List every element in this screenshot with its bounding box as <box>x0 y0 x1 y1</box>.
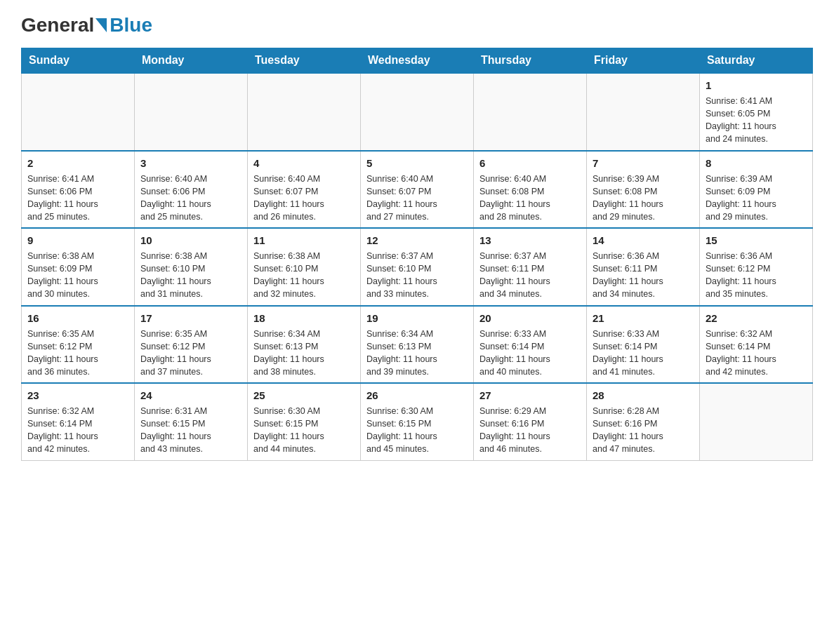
calendar-cell <box>361 73 474 151</box>
day-info: Sunrise: 6:38 AMSunset: 6:10 PMDaylight:… <box>253 250 355 301</box>
calendar-cell: 11Sunrise: 6:38 AMSunset: 6:10 PMDayligh… <box>248 228 361 306</box>
calendar-cell: 18Sunrise: 6:34 AMSunset: 6:13 PMDayligh… <box>248 306 361 384</box>
day-info: Sunrise: 6:36 AMSunset: 6:11 PMDaylight:… <box>593 250 694 301</box>
calendar-cell: 7Sunrise: 6:39 AMSunset: 6:08 PMDaylight… <box>587 151 700 229</box>
calendar-cell: 13Sunrise: 6:37 AMSunset: 6:11 PMDayligh… <box>474 228 587 306</box>
day-info: Sunrise: 6:40 AMSunset: 6:06 PMDaylight:… <box>140 173 241 224</box>
week-row-5: 23Sunrise: 6:32 AMSunset: 6:14 PMDayligh… <box>22 383 813 460</box>
calendar-cell: 8Sunrise: 6:39 AMSunset: 6:09 PMDaylight… <box>700 151 813 229</box>
day-info: Sunrise: 6:33 AMSunset: 6:14 PMDaylight:… <box>479 328 581 379</box>
day-info: Sunrise: 6:30 AMSunset: 6:15 PMDaylight:… <box>253 405 355 456</box>
day-info: Sunrise: 6:37 AMSunset: 6:11 PMDaylight:… <box>479 250 581 301</box>
day-info: Sunrise: 6:29 AMSunset: 6:16 PMDaylight:… <box>479 405 581 456</box>
day-number: 27 <box>479 388 581 403</box>
day-number: 4 <box>253 156 355 170</box>
day-info: Sunrise: 6:34 AMSunset: 6:13 PMDaylight:… <box>366 328 468 379</box>
day-number: 22 <box>706 311 807 326</box>
calendar-cell <box>474 73 587 151</box>
calendar-cell: 5Sunrise: 6:40 AMSunset: 6:07 PMDaylight… <box>361 151 474 229</box>
day-number: 7 <box>593 156 694 170</box>
day-number: 5 <box>366 156 468 170</box>
day-number: 3 <box>140 156 241 170</box>
calendar-header-thursday: Thursday <box>474 48 587 74</box>
calendar-cell: 1Sunrise: 6:41 AMSunset: 6:05 PMDaylight… <box>700 73 813 151</box>
day-info: Sunrise: 6:41 AMSunset: 6:06 PMDaylight:… <box>27 173 128 224</box>
calendar-cell: 20Sunrise: 6:33 AMSunset: 6:14 PMDayligh… <box>474 306 587 384</box>
day-number: 21 <box>593 311 694 326</box>
day-info: Sunrise: 6:35 AMSunset: 6:12 PMDaylight:… <box>27 328 128 379</box>
day-number: 15 <box>706 233 807 248</box>
calendar-cell: 6Sunrise: 6:40 AMSunset: 6:08 PMDaylight… <box>474 151 587 229</box>
calendar-cell <box>22 73 135 151</box>
calendar-cell: 28Sunrise: 6:28 AMSunset: 6:16 PMDayligh… <box>587 383 700 460</box>
calendar-cell: 12Sunrise: 6:37 AMSunset: 6:10 PMDayligh… <box>361 228 474 306</box>
calendar-cell: 19Sunrise: 6:34 AMSunset: 6:13 PMDayligh… <box>361 306 474 384</box>
day-info: Sunrise: 6:38 AMSunset: 6:10 PMDaylight:… <box>140 250 241 301</box>
calendar-header-row: SundayMondayTuesdayWednesdayThursdayFrid… <box>22 48 813 74</box>
calendar-cell: 22Sunrise: 6:32 AMSunset: 6:14 PMDayligh… <box>700 306 813 384</box>
calendar-header-tuesday: Tuesday <box>248 48 361 74</box>
day-number: 17 <box>140 311 241 326</box>
day-info: Sunrise: 6:38 AMSunset: 6:09 PMDaylight:… <box>27 250 128 301</box>
week-row-1: 1Sunrise: 6:41 AMSunset: 6:05 PMDaylight… <box>22 73 813 151</box>
calendar-cell: 26Sunrise: 6:30 AMSunset: 6:15 PMDayligh… <box>361 383 474 460</box>
day-info: Sunrise: 6:40 AMSunset: 6:08 PMDaylight:… <box>479 173 581 224</box>
calendar-cell: 17Sunrise: 6:35 AMSunset: 6:12 PMDayligh… <box>135 306 248 384</box>
day-info: Sunrise: 6:32 AMSunset: 6:14 PMDaylight:… <box>706 328 807 379</box>
calendar-header-monday: Monday <box>135 48 248 74</box>
day-number: 14 <box>593 233 694 248</box>
calendar-cell: 27Sunrise: 6:29 AMSunset: 6:16 PMDayligh… <box>474 383 587 460</box>
day-number: 1 <box>706 78 807 93</box>
day-info: Sunrise: 6:40 AMSunset: 6:07 PMDaylight:… <box>366 173 468 224</box>
week-row-2: 2Sunrise: 6:41 AMSunset: 6:06 PMDaylight… <box>22 151 813 229</box>
day-number: 2 <box>27 156 128 170</box>
day-number: 16 <box>27 311 128 326</box>
day-info: Sunrise: 6:30 AMSunset: 6:15 PMDaylight:… <box>366 405 468 456</box>
day-number: 28 <box>593 388 694 403</box>
day-number: 8 <box>706 156 807 170</box>
day-info: Sunrise: 6:34 AMSunset: 6:13 PMDaylight:… <box>253 328 355 379</box>
week-row-4: 16Sunrise: 6:35 AMSunset: 6:12 PMDayligh… <box>22 306 813 384</box>
day-number: 20 <box>479 311 581 326</box>
day-number: 9 <box>27 233 128 248</box>
logo-blue-text: Blue <box>110 14 152 36</box>
day-info: Sunrise: 6:37 AMSunset: 6:10 PMDaylight:… <box>366 250 468 301</box>
calendar-cell: 21Sunrise: 6:33 AMSunset: 6:14 PMDayligh… <box>587 306 700 384</box>
calendar-cell <box>248 73 361 151</box>
day-info: Sunrise: 6:39 AMSunset: 6:09 PMDaylight:… <box>706 173 807 224</box>
day-number: 24 <box>140 388 241 403</box>
calendar-cell: 2Sunrise: 6:41 AMSunset: 6:06 PMDaylight… <box>22 151 135 229</box>
day-number: 23 <box>27 388 128 403</box>
day-number: 26 <box>366 388 468 403</box>
day-number: 6 <box>479 156 581 170</box>
calendar-header-sunday: Sunday <box>22 48 135 74</box>
calendar-cell: 3Sunrise: 6:40 AMSunset: 6:06 PMDaylight… <box>135 151 248 229</box>
calendar-cell <box>135 73 248 151</box>
day-info: Sunrise: 6:36 AMSunset: 6:12 PMDaylight:… <box>706 250 807 301</box>
calendar-cell: 14Sunrise: 6:36 AMSunset: 6:11 PMDayligh… <box>587 228 700 306</box>
calendar-cell: 10Sunrise: 6:38 AMSunset: 6:10 PMDayligh… <box>135 228 248 306</box>
calendar-cell: 9Sunrise: 6:38 AMSunset: 6:09 PMDaylight… <box>22 228 135 306</box>
calendar-header-saturday: Saturday <box>700 48 813 74</box>
day-number: 18 <box>253 311 355 326</box>
day-info: Sunrise: 6:31 AMSunset: 6:15 PMDaylight:… <box>140 405 241 456</box>
day-number: 25 <box>253 388 355 403</box>
day-info: Sunrise: 6:32 AMSunset: 6:14 PMDaylight:… <box>27 405 128 456</box>
page-header: General Blue <box>21 14 813 36</box>
day-info: Sunrise: 6:39 AMSunset: 6:08 PMDaylight:… <box>593 173 694 224</box>
logo: General Blue <box>21 14 152 36</box>
calendar-cell: 15Sunrise: 6:36 AMSunset: 6:12 PMDayligh… <box>700 228 813 306</box>
calendar-header-friday: Friday <box>587 48 700 74</box>
logo-triangle-icon <box>95 18 107 32</box>
day-info: Sunrise: 6:41 AMSunset: 6:05 PMDaylight:… <box>706 95 807 146</box>
calendar-cell: 23Sunrise: 6:32 AMSunset: 6:14 PMDayligh… <box>22 383 135 460</box>
day-info: Sunrise: 6:33 AMSunset: 6:14 PMDaylight:… <box>593 328 694 379</box>
logo-general-text: General <box>21 14 94 36</box>
calendar-cell: 25Sunrise: 6:30 AMSunset: 6:15 PMDayligh… <box>248 383 361 460</box>
calendar-header-wednesday: Wednesday <box>361 48 474 74</box>
calendar-cell: 4Sunrise: 6:40 AMSunset: 6:07 PMDaylight… <box>248 151 361 229</box>
day-number: 13 <box>479 233 581 248</box>
day-info: Sunrise: 6:28 AMSunset: 6:16 PMDaylight:… <box>593 405 694 456</box>
calendar-table: SundayMondayTuesdayWednesdayThursdayFrid… <box>21 48 813 461</box>
day-number: 11 <box>253 233 355 248</box>
